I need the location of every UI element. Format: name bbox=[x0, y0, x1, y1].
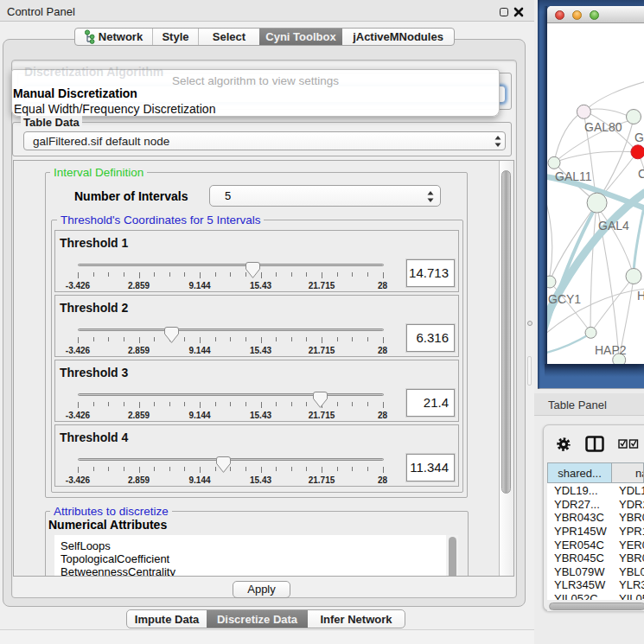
svg-text:GCY1: GCY1 bbox=[548, 292, 581, 306]
svg-text:GAL4: GAL4 bbox=[598, 219, 629, 233]
svg-text:GAL11: GAL11 bbox=[555, 169, 592, 183]
svg-text:GA: GA bbox=[634, 131, 644, 144]
svg-text:C: C bbox=[638, 167, 644, 181]
svg-text:GAL80: GAL80 bbox=[584, 120, 622, 134]
svg-text:HAP2: HAP2 bbox=[595, 343, 627, 357]
svg-text:H: H bbox=[637, 289, 644, 303]
